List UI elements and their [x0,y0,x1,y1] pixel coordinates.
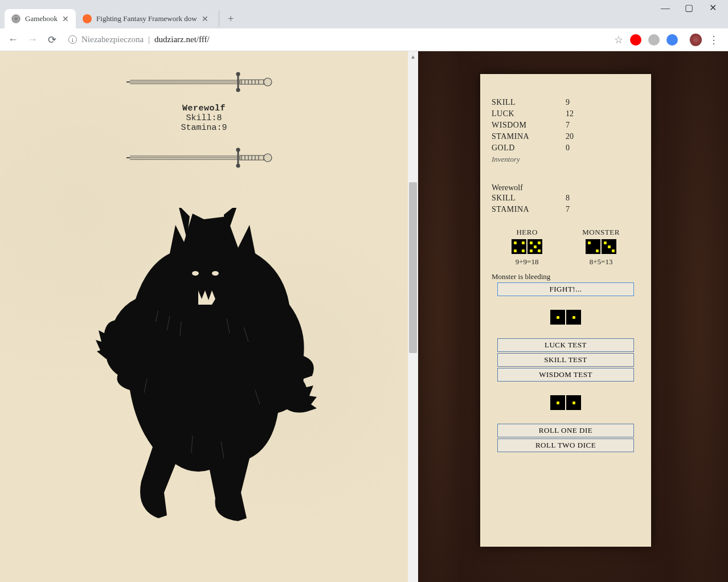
background-leather [418,51,460,582]
security-label: Niezabezpieczona [81,35,144,44]
tab-fighting-fantasy[interactable]: Fighting Fantasy Framework dow ✕ [76,9,215,28]
luck-test-button[interactable]: LUCK TEST [497,338,634,352]
info-icon: i [68,35,77,44]
die-face-1 [566,395,581,410]
scrollbar-thumb[interactable] [409,182,417,353]
stat-skill: SKILL 9 [492,98,640,107]
gamebook-page: Werewolf Skill:8 Stamina:9 [0,51,408,582]
tab-gamebook[interactable]: Gamebook ✕ [5,9,76,28]
viewport: Werewolf Skill:8 Stamina:9 [0,51,728,582]
sword-divider-icon [124,66,284,98]
monster-label: MONSTER [582,228,620,237]
die-face-2 [586,239,600,254]
menu-icon[interactable]: ⋮ [709,34,719,46]
svg-point-5 [264,154,272,162]
roll-buttons: ROLL ONE DIE ROLL TWO DICE [492,424,640,452]
sword-divider-icon [124,142,284,174]
svg-point-2 [264,78,272,86]
fight-button[interactable]: FIGHT!... [497,282,634,296]
minimize-icon[interactable]: — [661,4,669,12]
skill-test-button[interactable]: SKILL TEST [497,353,634,367]
window-controls: — ▢ ✕ [661,0,728,10]
roll-one-button[interactable]: ROLL ONE DIE [497,424,634,437]
svg-point-4 [236,164,240,167]
forward-icon[interactable]: → [26,34,39,46]
extension-dropbox-icon[interactable] [648,34,660,46]
monster-skill: Skill:8 [11,113,396,123]
url-text: dudziarz.net/fff/ [154,35,210,44]
tab-title: Gamebook [25,14,58,23]
test-dice [492,310,640,325]
extension-translate-icon[interactable] [666,34,678,46]
enemy-skill: SKILL 8 [492,194,640,203]
monster-name: Werewolf [11,104,396,113]
hero-calc: 9+9=18 [512,257,542,267]
svg-point-3 [236,148,240,151]
globe-icon [11,14,21,23]
die-face-4 [512,239,526,254]
test-buttons: LUCK TEST SKILL TEST WISDOM TEST [492,338,640,382]
new-tab-button[interactable]: + [219,11,235,27]
reload-icon[interactable]: ⟳ [46,34,58,46]
die-face-1 [566,310,581,325]
hero-label: HERO [512,228,542,237]
roll-dice [492,395,640,410]
character-sheet-wrap: SKILL 9 LUCK 12 WISDOM 7 STAMINA 20 GOLD… [460,51,671,582]
close-window-icon[interactable]: ✕ [709,4,717,12]
scrollbar[interactable]: ▲ [408,51,418,582]
background-leather [671,51,728,582]
stat-stamina: STAMINA 20 [492,132,640,141]
svg-point-0 [236,72,240,76]
address-field[interactable]: i Niezabezpieczona | dudziarz.net/fff/ [65,31,607,48]
svg-point-6 [192,271,199,276]
stat-wisdom: WISDOM 7 [492,121,640,130]
monster-dice-col: MONSTER 8+5=13 [582,228,620,267]
monster-stats-block: Werewolf Skill:8 Stamina:9 [11,104,396,133]
back-icon[interactable]: ← [7,34,19,46]
die-face-5 [527,239,542,254]
svg-point-1 [236,88,240,92]
combat-dice: HERO 9+9=18 MONSTER 8+5=13 [492,228,640,267]
hero-dice-col: HERO 9+9=18 [512,228,542,267]
wisdom-test-button[interactable]: WISDOM TEST [497,368,634,382]
die-face-1 [550,310,565,325]
werewolf-illustration [79,208,329,527]
roll-two-button[interactable]: ROLL TWO DICE [497,438,634,452]
monster-calc: 8+5=13 [582,257,620,267]
close-tab-icon[interactable]: ✕ [202,14,208,24]
sourceforge-icon [83,14,92,23]
bookmark-star-icon[interactable]: ☆ [614,34,623,46]
tab-strip: Gamebook ✕ Fighting Fantasy Framework do… [0,0,728,28]
enemy-stamina: STAMINA 7 [492,205,640,214]
profile-avatar[interactable] [689,34,702,46]
extension-icons: ☆ ⋮ [614,34,719,46]
extension-opera-icon[interactable] [630,34,641,46]
die-face-3 [602,239,616,254]
scroll-up-icon[interactable]: ▲ [408,51,418,62]
enemy-name: Werewolf [492,183,640,192]
stat-luck: LUCK 12 [492,109,640,118]
svg-point-7 [212,271,219,276]
die-face-1 [550,395,565,410]
character-sheet: SKILL 9 LUCK 12 WISDOM 7 STAMINA 20 GOLD… [480,74,651,547]
monster-stamina: Stamina:9 [11,123,396,133]
maximize-icon[interactable]: ▢ [685,4,693,12]
inventory-field[interactable]: Inventory [492,155,628,166]
close-tab-icon[interactable]: ✕ [62,14,69,24]
tab-title: Fighting Fantasy Framework dow [96,14,197,23]
stat-gold: GOLD 0 [492,144,640,153]
address-bar: ← → ⟳ i Niezabezpieczona | dudziarz.net/… [0,28,728,51]
combat-status: Monster is bleeding [492,272,640,281]
